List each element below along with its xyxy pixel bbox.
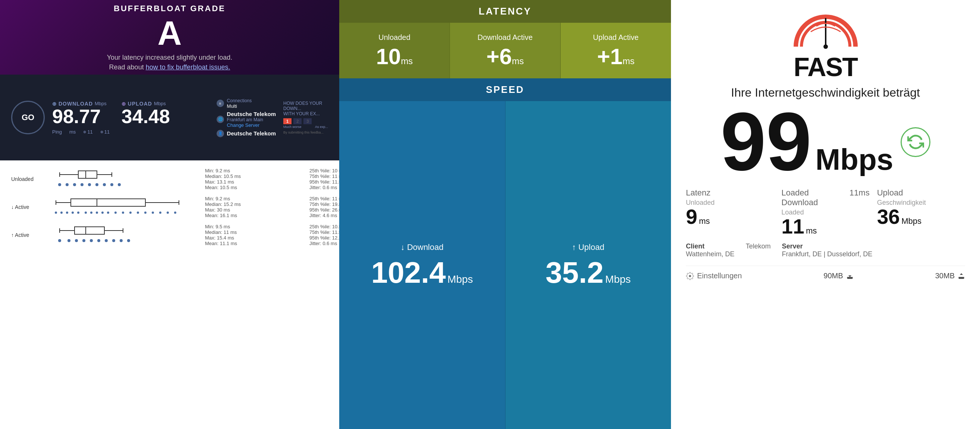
sub-dl: 11 — [87, 129, 92, 135]
svg-point-9 — [81, 183, 83, 186]
server2-name: Deutsche Telekom — [227, 130, 276, 137]
latency-charts: Unloaded — [0, 160, 339, 429]
middle-panel: LATENCY Unloaded 10ms Download Active +6… — [339, 0, 671, 429]
svg-point-30 — [107, 212, 109, 214]
latency-unloaded-value: 10ms — [376, 46, 413, 68]
fast-logo: FAST — [788, 11, 863, 82]
chart-box-download — [48, 196, 197, 218]
svg-rect-2 — [78, 171, 97, 178]
latency-upload-label: Upload Active — [593, 33, 638, 42]
bufferbloat-link[interactable]: how to fix bufferbloat issues. — [146, 64, 231, 71]
svg-point-48 — [75, 239, 78, 242]
latency-title: LATENCY — [479, 6, 531, 17]
chart-stats-download-left: Min: 9.2 ms Median: 15.2 ms Max: 30 ms M… — [205, 196, 302, 218]
svg-point-33 — [129, 212, 132, 214]
svg-point-46 — [58, 239, 61, 242]
fast-settings-button[interactable]: Einstellungen — [686, 271, 742, 280]
fast-loaded-value-row: 11 ms — [781, 216, 869, 237]
svg-point-23 — [66, 212, 68, 214]
connections-icon: ≡ — [216, 100, 224, 107]
svg-point-49 — [83, 239, 85, 242]
latency-col-upload: Upload Active +1ms — [561, 23, 671, 78]
latency-section: LATENCY Unloaded 10ms Download Active +6… — [339, 0, 671, 78]
sub-ul: 11 — [104, 129, 110, 135]
latency-unloaded-unit: ms — [401, 56, 413, 66]
bufferbloat-text: Your latency increased slightly under lo… — [107, 54, 232, 62]
chart-row-download: ↓ Active — [11, 196, 328, 218]
rating-expected: As exp... — [315, 125, 328, 129]
connections-label: Connections — [227, 98, 252, 103]
speed-download-col: ↓ Download 102.4 Mbps — [339, 101, 506, 429]
speed-download-value-row: 102.4 Mbps — [371, 258, 473, 288]
svg-point-50 — [90, 239, 93, 242]
latency-upload-number: +1 — [597, 44, 622, 69]
speed-metrics: ⊕ DOWNLOAD Mbps 98.77 ⊕ UPLOAD Mbps 34.4… — [52, 101, 209, 135]
fast-server-label: Server — [782, 242, 872, 250]
settings-label: Einstellungen — [697, 271, 742, 280]
chart-label-download: ↓ Active — [11, 204, 41, 210]
server-info: ≡ Connections Multi 🌐 Deutsche Telekom F… — [216, 98, 276, 137]
svg-point-8 — [73, 183, 76, 186]
chart-stats-unloaded-left: Min: 9.2 ms Median: 10.5 ms Max: 13.1 ms… — [205, 168, 302, 190]
svg-point-10 — [88, 183, 91, 186]
latency-download-number: +6 — [487, 44, 512, 69]
svg-point-34 — [137, 212, 139, 214]
svg-point-24 — [72, 212, 74, 214]
latency-upload-unit: ms — [622, 56, 635, 66]
speed-cols: ↓ Download 102.4 Mbps ↑ Upload 35.2 Mbps — [339, 101, 671, 429]
rating-worse: Much worse — [283, 125, 302, 129]
latency-download-value: +6ms — [487, 46, 524, 68]
fast-latency-value: 9 — [686, 205, 697, 228]
svg-point-27 — [90, 212, 92, 214]
speed-header: SPEED — [339, 78, 671, 101]
fast-upload-label: Upload — [877, 188, 965, 198]
ping-label: Ping — [52, 129, 62, 135]
fast-client-value: Wattenheim, DE — [686, 250, 734, 258]
fast-loaded-value: 11 — [781, 215, 804, 238]
latency-download-unit: ms — [512, 56, 524, 66]
svg-point-12 — [103, 183, 106, 186]
fast-data2-value: 30MB — [935, 271, 955, 280]
fast-latency-label: Latenz — [686, 188, 774, 198]
latency-upload-value: +1ms — [597, 46, 635, 68]
chart-box-upload — [48, 224, 197, 246]
fast-data2: 30MB — [935, 271, 965, 280]
speed-upload-col: ↑ Upload 35.2 Mbps — [506, 101, 671, 429]
ping-unit: ms — [69, 129, 76, 135]
svg-point-35 — [144, 212, 146, 214]
bufferbloat-grade: A — [158, 16, 182, 50]
latency-cols: Unloaded 10ms Download Active +6ms Uploa… — [339, 23, 671, 78]
fast-loaded-label: Loaded Download — [781, 188, 846, 207]
connections-value: Multi — [227, 103, 252, 109]
fast-latency-col: Latenz Unloaded 9 ms — [686, 188, 774, 237]
feedback-text: By submitting this feedba... — [283, 131, 328, 134]
change-server-link[interactable]: Change Server — [227, 122, 259, 128]
svg-point-53 — [112, 239, 115, 242]
svg-point-6 — [58, 183, 61, 186]
fast-title: FAST — [794, 52, 858, 82]
fast-provider-item: Telekom — [746, 242, 770, 258]
speed-upload-label: ↑ Upload — [572, 242, 604, 252]
latency-unloaded-label: Unloaded — [379, 33, 410, 42]
upload-data-icon — [958, 272, 965, 280]
svg-point-52 — [105, 239, 108, 242]
fast-loaded-unit: ms — [806, 226, 817, 235]
go-button[interactable]: GO — [11, 101, 45, 134]
fast-client-item: Client Wattenheim, DE — [686, 242, 734, 258]
download-value: 98.77 — [52, 107, 107, 126]
svg-point-47 — [67, 239, 70, 242]
rating-1: 1 — [283, 118, 291, 124]
svg-point-22 — [60, 212, 63, 214]
fast-loaded-col: Loaded Download 11ms Loaded 11 ms — [781, 188, 869, 237]
fast-data1: 90MB — [823, 271, 853, 280]
svg-point-7 — [65, 183, 68, 186]
fast-info-row: Client Wattenheim, DE Telekom Server Fra… — [686, 242, 965, 258]
fast-details: Latenz Unloaded 9 ms Loaded Download 11m… — [686, 188, 965, 237]
fast-refresh-button[interactable] — [900, 127, 931, 157]
chart-row-upload: ↑ Active — [11, 224, 328, 246]
fast-bottom-bar: Einstellungen 90MB 30MB — [686, 266, 965, 280]
ul-icon: ⊕ — [100, 130, 103, 134]
fast-server-value: Frankfurt, DE | Dusseldorf, DE — [782, 250, 872, 258]
svg-point-21 — [55, 212, 57, 214]
svg-point-11 — [95, 183, 99, 186]
